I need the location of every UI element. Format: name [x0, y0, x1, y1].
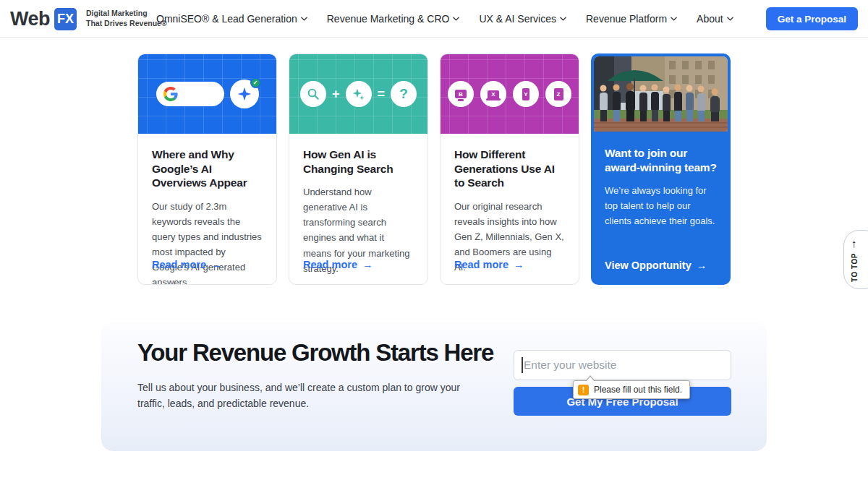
chevron-down-icon — [727, 17, 733, 21]
boomer-device-bubble: B — [448, 81, 474, 107]
nav-item-ux-ai-services[interactable]: UX & AI Services — [479, 13, 566, 25]
gen-y-device-bubble: Y — [513, 81, 539, 107]
card-gen-ai-search: + = ? How Gen AI is Changing Search Unde… — [289, 53, 428, 285]
google-search-pill — [156, 82, 224, 106]
nav-item-about[interactable]: About — [697, 13, 733, 25]
nav-label: Revenue Platform — [586, 13, 667, 25]
get-a-proposal-button[interactable]: Get a Proposal — [766, 7, 858, 30]
card-header-google-illustration: ✓ — [138, 54, 276, 134]
read-more-link[interactable]: Read more → — [152, 259, 221, 270]
check-badge-icon: ✓ — [250, 77, 261, 88]
view-opportunity-link[interactable]: View Opportunity → — [605, 260, 707, 271]
webfx-homepage: Web FX Digital Marketing That Drives Rev… — [0, 0, 868, 488]
phone-icon: Y — [522, 88, 529, 100]
tagline-line2: That Drives Revenue® — [86, 19, 167, 29]
card-header-equation-illustration: + = ? — [289, 54, 427, 134]
ai-sparkle-icon — [237, 86, 252, 102]
arrow-right-icon: → — [362, 259, 373, 270]
card-title: How Gen AI is Changing Search — [303, 147, 414, 176]
subtext-line1: Tell us about your business, and we’ll c… — [137, 380, 460, 395]
card-body: How Gen AI is Changing Search Understand… — [289, 134, 427, 276]
team-photo — [594, 56, 728, 132]
team-photo-illustration — [594, 56, 728, 132]
search-icon — [307, 87, 320, 100]
gen-x-device-bubble: X — [480, 81, 506, 107]
equals-sign: = — [378, 87, 386, 102]
device-letter: X — [491, 91, 495, 98]
validation-message: Please fill out this field. — [594, 385, 682, 395]
link-label: Read more — [152, 259, 206, 270]
card-title: How Different Generations Use AI to Sear… — [454, 147, 565, 190]
nav-label: UX & AI Services — [479, 13, 556, 25]
nav-label: Revenue Marketing & CRO — [327, 13, 450, 25]
gemini-sparkle-bubble: ✓ — [230, 80, 259, 108]
card-ai-overviews: ✓ Where and Why Google’s AI Overviews Ap… — [137, 53, 277, 285]
warning-icon: ! — [578, 385, 589, 395]
plus-sign: + — [332, 87, 340, 102]
website-input[interactable] — [514, 350, 731, 380]
feature-cards-row: ✓ Where and Why Google’s AI Overviews Ap… — [137, 53, 731, 285]
section-subtext: Tell us about your business, and we’ll c… — [137, 380, 460, 412]
arrow-up-icon: ↑ — [851, 237, 857, 249]
webfx-logo[interactable]: Web FX Digital Marketing That Drives Rev… — [10, 0, 167, 38]
chevron-down-icon — [560, 17, 566, 21]
arrow-right-icon: → — [211, 259, 222, 270]
top-navigation-bar: Web FX Digital Marketing That Drives Rev… — [0, 0, 868, 38]
chevron-down-icon — [301, 17, 307, 21]
card-description: We’re always looking for top talent to h… — [605, 183, 717, 228]
nav-item-omniseo-lead-generation[interactable]: OmniSEO® & Lead Generation — [156, 13, 307, 25]
link-label: Read more — [303, 259, 357, 270]
nav-label: About — [697, 13, 723, 25]
revenue-growth-section: Your Revenue Growth Starts Here Tell us … — [101, 322, 767, 451]
card-body: How Different Generations Use AI to Sear… — [441, 134, 579, 275]
tablet-icon: Z — [554, 88, 563, 100]
link-label: Read more — [454, 259, 509, 270]
logo-text: Web — [10, 8, 50, 30]
read-more-link[interactable]: Read more → — [303, 259, 373, 270]
card-header-devices-illustration: B X Y Z — [441, 54, 579, 134]
gen-z-device-bubble: Z — [545, 81, 571, 107]
card-body: Want to join our award-winning team? We’… — [591, 132, 731, 228]
google-g-icon — [163, 87, 178, 101]
card-description: Our study of 2.3m keywords reveals the q… — [152, 199, 263, 285]
chevron-down-icon — [453, 17, 459, 21]
tooltip-caret — [586, 377, 595, 382]
device-letter: Y — [524, 91, 527, 98]
nav-label: OmniSEO® & Lead Generation — [156, 13, 297, 25]
section-heading: Your Revenue Growth Starts Here — [137, 339, 493, 367]
search-bubble — [300, 81, 326, 107]
validation-tooltip: ! Please fill out this field. — [573, 380, 690, 399]
subtext-line2: traffic, leads, and predictable revenue. — [137, 395, 460, 411]
card-generations-ai: B X Y Z How Different Generations Use AI… — [440, 53, 579, 285]
device-letter: Z — [557, 91, 561, 98]
card-join-team: Want to join our award-winning team? We’… — [591, 53, 731, 285]
laptop-icon: X — [488, 90, 499, 98]
arrow-right-icon: → — [514, 259, 524, 270]
back-to-top-button[interactable]: ↑ TO TOP — [843, 230, 868, 289]
back-to-top-label: TO TOP — [851, 253, 859, 282]
text-caret — [522, 357, 523, 373]
tagline-line1: Digital Marketing — [86, 9, 167, 19]
nav-item-revenue-platform[interactable]: Revenue Platform — [586, 13, 677, 25]
link-label: View Opportunity — [605, 260, 692, 271]
chevron-down-icon — [671, 17, 677, 21]
sparkles-icon — [352, 87, 365, 101]
question-bubble: ? — [391, 81, 417, 107]
device-letter: B — [459, 91, 463, 98]
card-title: Want to join our award-winning team? — [605, 146, 717, 174]
logo-tagline: Digital Marketing That Drives Revenue® — [86, 9, 167, 28]
main-nav: OmniSEO® & Lead Generation Revenue Marke… — [156, 0, 733, 38]
read-more-link[interactable]: Read more → — [454, 259, 524, 270]
arrow-right-icon: → — [697, 260, 707, 271]
monitor-icon: B — [455, 90, 467, 98]
question-mark-icon: ? — [399, 86, 408, 102]
nav-item-revenue-marketing-cro[interactable]: Revenue Marketing & CRO — [327, 13, 460, 25]
logo-fx-badge: FX — [54, 8, 77, 30]
card-title: Where and Why Google’s AI Overviews Appe… — [152, 147, 263, 190]
sparkles-bubble — [346, 81, 372, 107]
